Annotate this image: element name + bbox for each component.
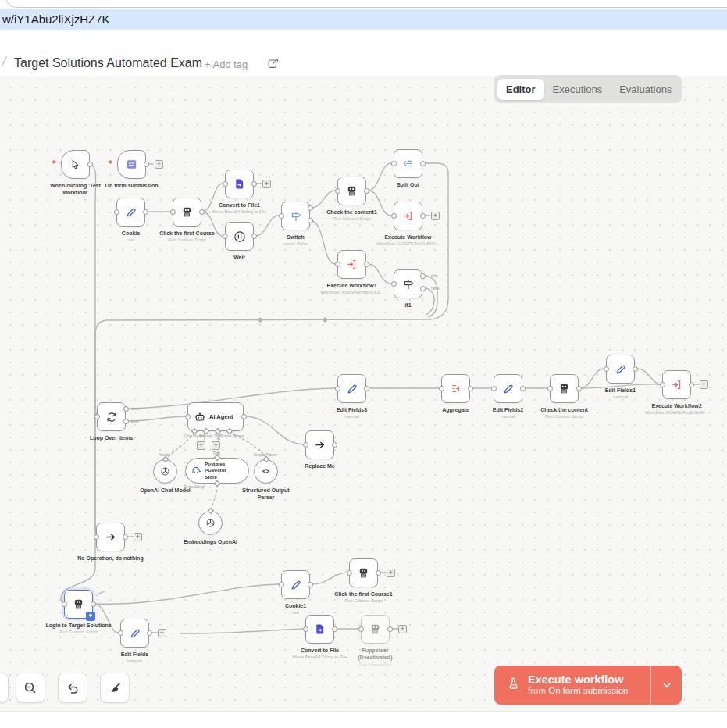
node-port[interactable]: [335, 386, 340, 391]
node-port[interactable]: [391, 281, 397, 287]
add-node-plus[interactable]: +: [431, 212, 440, 220]
node-port[interactable]: [332, 626, 337, 632]
node-edit-fields1[interactable]: [606, 355, 635, 384]
node-edit-fields[interactable]: [120, 619, 149, 648]
node-port[interactable]: [144, 162, 149, 167]
undo-button[interactable]: [58, 673, 87, 703]
node-port[interactable]: [491, 386, 497, 391]
node-execute-workflow2[interactable]: [662, 370, 691, 399]
node-port[interactable]: [94, 414, 100, 419]
node-port[interactable]: [87, 162, 93, 167]
node-click-the-first-course[interactable]: [173, 198, 201, 227]
node-port[interactable]: [62, 601, 67, 607]
node-port[interactable]: [118, 630, 123, 636]
node-port[interactable]: [576, 386, 582, 391]
tidy-up-button[interactable]: [100, 673, 130, 703]
add-node-plus[interactable]: +: [387, 569, 395, 577]
node-port[interactable]: [91, 601, 96, 607]
node-loop-over-items[interactable]: [97, 402, 126, 431]
add-node-plus[interactable]: +: [398, 625, 407, 633]
zoom-out-button[interactable]: [16, 673, 45, 703]
tab-editor[interactable]: Editor: [497, 79, 544, 100]
node-port[interactable]: [123, 406, 129, 412]
node-port[interactable]: [143, 209, 148, 215]
node-port[interactable]: [241, 414, 247, 419]
node-puppeteer-deactivated[interactable]: [361, 615, 390, 644]
node-port[interactable]: [303, 626, 308, 632]
node-if1[interactable]: [394, 269, 422, 298]
node-port[interactable]: [199, 209, 205, 215]
add-tag-button[interactable]: + Add tag: [205, 59, 248, 70]
node-port[interactable]: [660, 382, 665, 387]
node-port[interactable]: [439, 386, 444, 391]
node-port[interactable]: [279, 213, 284, 219]
edit-title-icon[interactable]: [267, 57, 280, 73]
node-edit-fields3[interactable]: [337, 374, 366, 403]
node-port[interactable]: [420, 161, 426, 166]
add-node-plus[interactable]: +: [134, 533, 142, 541]
node-execute-workflow[interactable]: [394, 202, 422, 230]
node-click-the-first-course1[interactable]: [349, 558, 378, 587]
node-port[interactable]: [185, 414, 191, 419]
node-port[interactable]: [376, 570, 381, 576]
node-port[interactable]: [468, 386, 473, 391]
node-port[interactable]: [308, 582, 313, 587]
node-port[interactable]: [303, 442, 308, 448]
add-node-plus[interactable]: +: [158, 629, 166, 637]
node-check-the-content[interactable]: [550, 374, 579, 403]
node-port[interactable]: [347, 570, 352, 576]
node-port[interactable]: [332, 442, 337, 448]
node-port[interactable]: [114, 209, 119, 215]
node-port[interactable]: [364, 386, 369, 391]
node-switch[interactable]: [281, 202, 310, 230]
node-when-clicking-test-workflow[interactable]: [61, 150, 90, 179]
add-node-plus[interactable]: +: [197, 441, 205, 450]
node-port[interactable]: [547, 386, 553, 391]
tab-evaluations[interactable]: Evaluations: [611, 79, 680, 100]
node-port[interactable]: [123, 534, 128, 540]
node-convert-to-file1[interactable]: [225, 170, 254, 198]
node-cookie[interactable]: [116, 198, 145, 227]
node-on-form-submission[interactable]: [117, 150, 146, 179]
node-port[interactable]: [147, 630, 152, 636]
node-split-out[interactable]: [394, 149, 422, 178]
node-port[interactable]: [633, 366, 638, 372]
node-aggregate[interactable]: [441, 374, 470, 403]
page-title[interactable]: Target Solutions Automated Exam: [14, 56, 202, 70]
node-port[interactable]: [391, 161, 397, 166]
node-port[interactable]: [335, 262, 340, 267]
node-port[interactable]: [223, 234, 228, 239]
node-port[interactable]: [604, 366, 609, 372]
node-port[interactable]: [308, 218, 313, 223]
node-port[interactable]: [391, 213, 397, 219]
node-port[interactable]: [170, 209, 176, 215]
node-execute-workflow1[interactable]: [337, 250, 366, 279]
node-port[interactable]: [223, 181, 228, 187]
add-node-plus[interactable]: +: [212, 441, 220, 450]
node-port[interactable]: [279, 582, 284, 587]
node-login-to-target-solutions[interactable]: [64, 590, 93, 619]
add-node-plus[interactable]: +: [700, 380, 708, 389]
node-port[interactable]: [308, 205, 313, 211]
browser-omnibox[interactable]: [5, 0, 727, 8]
node-port[interactable]: [689, 382, 694, 387]
execute-options-dropdown[interactable]: [650, 666, 682, 705]
node-edit-fields2[interactable]: [494, 374, 522, 403]
node-port[interactable]: [335, 188, 340, 194]
node-port[interactable]: [420, 273, 426, 279]
node-port[interactable]: [387, 626, 393, 632]
node-port[interactable]: [420, 286, 426, 291]
add-node-plus[interactable]: +: [262, 180, 271, 188]
node-port[interactable]: [251, 234, 257, 239]
tab-executions[interactable]: Executions: [544, 79, 611, 100]
node-port[interactable]: [520, 386, 526, 391]
add-node-plus[interactable]: +: [155, 160, 163, 169]
url-suggestion-row[interactable]: w/iY1Abu2liXjzHZ7K: [0, 9, 727, 30]
node-wait[interactable]: [225, 222, 254, 251]
zoom-in-button[interactable]: [0, 673, 9, 703]
node-port[interactable]: [364, 188, 369, 194]
node-port[interactable]: [420, 213, 426, 219]
node-port[interactable]: [358, 626, 364, 632]
node-port[interactable]: [123, 419, 129, 424]
execute-workflow-button[interactable]: Execute workflow from On form submission: [494, 666, 682, 705]
